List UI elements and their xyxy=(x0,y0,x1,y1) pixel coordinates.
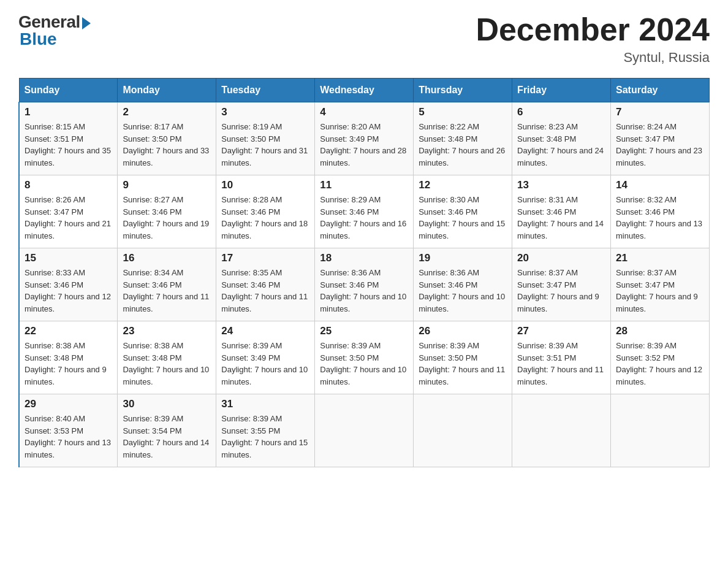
calendar-body: 1Sunrise: 8:15 AMSunset: 3:51 PMDaylight… xyxy=(19,102,710,467)
day-number: 8 xyxy=(25,179,112,191)
day-number: 28 xyxy=(616,325,704,337)
header-wednesday: Wednesday xyxy=(315,79,414,102)
day-info: Sunrise: 8:38 AMSunset: 3:48 PMDaylight:… xyxy=(25,340,112,388)
day-info: Sunrise: 8:39 AMSunset: 3:49 PMDaylight:… xyxy=(221,340,309,388)
day-number: 30 xyxy=(123,398,211,410)
header-monday: Monday xyxy=(118,79,216,102)
calendar-cell: 29Sunrise: 8:40 AMSunset: 3:53 PMDayligh… xyxy=(19,394,118,467)
calendar-cell: 3Sunrise: 8:19 AMSunset: 3:50 PMDaylight… xyxy=(216,102,315,175)
page-header: General Blue December 2024 Syntul, Russi… xyxy=(18,12,710,66)
calendar-cell: 31Sunrise: 8:39 AMSunset: 3:55 PMDayligh… xyxy=(216,394,315,467)
calendar-cell: 22Sunrise: 8:38 AMSunset: 3:48 PMDayligh… xyxy=(19,321,118,394)
logo: General Blue xyxy=(18,12,91,49)
day-info: Sunrise: 8:20 AMSunset: 3:49 PMDaylight:… xyxy=(320,121,408,169)
day-number: 15 xyxy=(25,252,112,264)
calendar-cell: 14Sunrise: 8:32 AMSunset: 3:46 PMDayligh… xyxy=(611,175,710,248)
day-number: 7 xyxy=(616,106,704,118)
title-block: December 2024 Syntul, Russia xyxy=(476,12,710,66)
logo-arrow-icon xyxy=(82,17,91,29)
calendar-cell: 1Sunrise: 8:15 AMSunset: 3:51 PMDaylight… xyxy=(19,102,118,175)
day-number: 27 xyxy=(517,325,605,337)
day-number: 6 xyxy=(517,106,605,118)
day-info: Sunrise: 8:40 AMSunset: 3:53 PMDaylight:… xyxy=(25,413,112,461)
calendar-cell: 13Sunrise: 8:31 AMSunset: 3:46 PMDayligh… xyxy=(512,175,611,248)
day-number: 18 xyxy=(320,252,408,264)
calendar-cell xyxy=(414,394,512,467)
day-info: Sunrise: 8:28 AMSunset: 3:46 PMDaylight:… xyxy=(221,194,309,242)
day-info: Sunrise: 8:35 AMSunset: 3:46 PMDaylight:… xyxy=(221,267,309,315)
day-number: 9 xyxy=(123,179,211,191)
day-number: 10 xyxy=(221,179,309,191)
calendar-cell: 23Sunrise: 8:38 AMSunset: 3:48 PMDayligh… xyxy=(118,321,216,394)
day-number: 22 xyxy=(25,325,112,337)
day-number: 26 xyxy=(419,325,507,337)
day-info: Sunrise: 8:33 AMSunset: 3:46 PMDaylight:… xyxy=(25,267,112,315)
calendar-cell: 2Sunrise: 8:17 AMSunset: 3:50 PMDaylight… xyxy=(118,102,216,175)
calendar-cell: 27Sunrise: 8:39 AMSunset: 3:51 PMDayligh… xyxy=(512,321,611,394)
calendar-cell: 19Sunrise: 8:36 AMSunset: 3:46 PMDayligh… xyxy=(414,248,512,321)
day-number: 14 xyxy=(616,179,704,191)
header-saturday: Saturday xyxy=(611,79,710,102)
calendar-cell: 21Sunrise: 8:37 AMSunset: 3:47 PMDayligh… xyxy=(611,248,710,321)
calendar-cell: 7Sunrise: 8:24 AMSunset: 3:47 PMDaylight… xyxy=(611,102,710,175)
day-info: Sunrise: 8:34 AMSunset: 3:46 PMDaylight:… xyxy=(123,267,211,315)
day-info: Sunrise: 8:31 AMSunset: 3:46 PMDaylight:… xyxy=(517,194,605,242)
day-number: 24 xyxy=(221,325,309,337)
day-info: Sunrise: 8:15 AMSunset: 3:51 PMDaylight:… xyxy=(25,121,112,169)
calendar-cell: 4Sunrise: 8:20 AMSunset: 3:49 PMDaylight… xyxy=(315,102,414,175)
calendar-cell: 6Sunrise: 8:23 AMSunset: 3:48 PMDaylight… xyxy=(512,102,611,175)
day-info: Sunrise: 8:39 AMSunset: 3:54 PMDaylight:… xyxy=(123,413,211,461)
week-row-2: 8Sunrise: 8:26 AMSunset: 3:47 PMDaylight… xyxy=(19,175,710,248)
calendar-table: SundayMondayTuesdayWednesdayThursdayFrid… xyxy=(18,78,710,467)
day-info: Sunrise: 8:39 AMSunset: 3:52 PMDaylight:… xyxy=(616,340,704,388)
week-row-4: 22Sunrise: 8:38 AMSunset: 3:48 PMDayligh… xyxy=(19,321,710,394)
day-number: 12 xyxy=(419,179,507,191)
day-number: 4 xyxy=(320,106,408,118)
day-number: 1 xyxy=(25,106,112,118)
calendar-cell: 30Sunrise: 8:39 AMSunset: 3:54 PMDayligh… xyxy=(118,394,216,467)
logo-blue-text: Blue xyxy=(20,29,57,49)
week-row-5: 29Sunrise: 8:40 AMSunset: 3:53 PMDayligh… xyxy=(19,394,710,467)
day-number: 16 xyxy=(123,252,211,264)
week-row-3: 15Sunrise: 8:33 AMSunset: 3:46 PMDayligh… xyxy=(19,248,710,321)
day-number: 31 xyxy=(221,398,309,410)
header-sunday: Sunday xyxy=(19,79,118,102)
day-info: Sunrise: 8:27 AMSunset: 3:46 PMDaylight:… xyxy=(123,194,211,242)
day-info: Sunrise: 8:36 AMSunset: 3:46 PMDaylight:… xyxy=(419,267,507,315)
day-info: Sunrise: 8:38 AMSunset: 3:48 PMDaylight:… xyxy=(123,340,211,388)
page-title: December 2024 xyxy=(476,12,710,47)
calendar-cell: 20Sunrise: 8:37 AMSunset: 3:47 PMDayligh… xyxy=(512,248,611,321)
day-number: 20 xyxy=(517,252,605,264)
day-info: Sunrise: 8:36 AMSunset: 3:46 PMDaylight:… xyxy=(320,267,408,315)
day-info: Sunrise: 8:32 AMSunset: 3:46 PMDaylight:… xyxy=(616,194,704,242)
calendar-header: SundayMondayTuesdayWednesdayThursdayFrid… xyxy=(19,79,710,102)
calendar-cell: 24Sunrise: 8:39 AMSunset: 3:49 PMDayligh… xyxy=(216,321,315,394)
day-info: Sunrise: 8:24 AMSunset: 3:47 PMDaylight:… xyxy=(616,121,704,169)
calendar-cell: 28Sunrise: 8:39 AMSunset: 3:52 PMDayligh… xyxy=(611,321,710,394)
calendar-cell xyxy=(611,394,710,467)
day-info: Sunrise: 8:29 AMSunset: 3:46 PMDaylight:… xyxy=(320,194,408,242)
header-friday: Friday xyxy=(512,79,611,102)
day-number: 23 xyxy=(123,325,211,337)
calendar-cell: 5Sunrise: 8:22 AMSunset: 3:48 PMDaylight… xyxy=(414,102,512,175)
calendar-cell: 9Sunrise: 8:27 AMSunset: 3:46 PMDaylight… xyxy=(118,175,216,248)
calendar-cell: 18Sunrise: 8:36 AMSunset: 3:46 PMDayligh… xyxy=(315,248,414,321)
day-info: Sunrise: 8:37 AMSunset: 3:47 PMDaylight:… xyxy=(616,267,704,315)
day-info: Sunrise: 8:23 AMSunset: 3:48 PMDaylight:… xyxy=(517,121,605,169)
day-number: 3 xyxy=(221,106,309,118)
calendar-cell xyxy=(315,394,414,467)
day-number: 5 xyxy=(419,106,507,118)
day-info: Sunrise: 8:30 AMSunset: 3:46 PMDaylight:… xyxy=(419,194,507,242)
calendar-cell: 8Sunrise: 8:26 AMSunset: 3:47 PMDaylight… xyxy=(19,175,118,248)
calendar-cell: 16Sunrise: 8:34 AMSunset: 3:46 PMDayligh… xyxy=(118,248,216,321)
day-number: 25 xyxy=(320,325,408,337)
day-info: Sunrise: 8:39 AMSunset: 3:51 PMDaylight:… xyxy=(517,340,605,388)
header-thursday: Thursday xyxy=(414,79,512,102)
calendar-cell xyxy=(512,394,611,467)
day-info: Sunrise: 8:19 AMSunset: 3:50 PMDaylight:… xyxy=(221,121,309,169)
header-row: SundayMondayTuesdayWednesdayThursdayFrid… xyxy=(19,79,710,102)
calendar-cell: 17Sunrise: 8:35 AMSunset: 3:46 PMDayligh… xyxy=(216,248,315,321)
page-subtitle: Syntul, Russia xyxy=(476,50,710,66)
week-row-1: 1Sunrise: 8:15 AMSunset: 3:51 PMDaylight… xyxy=(19,102,710,175)
day-info: Sunrise: 8:39 AMSunset: 3:50 PMDaylight:… xyxy=(320,340,408,388)
